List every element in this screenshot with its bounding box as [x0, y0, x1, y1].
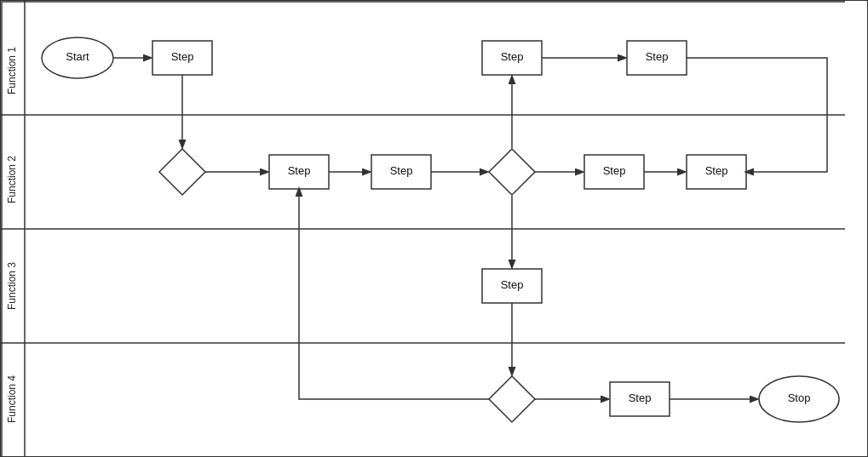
start-label: Start [66, 50, 89, 63]
step-l1-3-shape [627, 41, 687, 75]
step-l2-1-label: Step [288, 164, 311, 177]
step-l2-4-shape [687, 155, 746, 189]
step-l4-label: Step [629, 391, 652, 404]
diamond-l2-2-shape [489, 149, 535, 195]
lane1-label: Function 1 [6, 47, 18, 94]
start-shape [42, 37, 113, 78]
diamond-l2-1-shape [159, 149, 205, 195]
step-l1-3-label: Step [646, 50, 669, 63]
step-l3-label: Step [501, 278, 524, 291]
step-l1-2-label: Step [501, 50, 524, 63]
diagram-svg: Function 1 Function 2 Function 3 Functio… [1, 1, 845, 457]
step-l4-shape [610, 382, 670, 416]
stop-label: Stop [788, 391, 811, 404]
step-l1-1-label: Step [171, 50, 194, 63]
step-l3-shape [482, 269, 542, 303]
step-l2-1-shape [269, 155, 329, 189]
lane4-label: Function 4 [6, 375, 18, 423]
step-l2-3-label: Step [603, 164, 626, 177]
step-l2-3-shape [584, 155, 644, 189]
lane3-label: Function 3 [6, 262, 18, 310]
step-l2-2-shape [371, 155, 431, 189]
diamond-l4-shape [489, 376, 535, 422]
step-l2-4-label: Step [705, 164, 728, 177]
stop-shape [759, 376, 839, 422]
diagram-container: Function 1 Function 2 Function 3 Functio… [0, 0, 868, 457]
step-l2-2-label: Step [390, 164, 413, 177]
step-l1-1-shape [152, 41, 212, 75]
lane2-label: Function 2 [6, 156, 18, 203]
step-l1-2-shape [482, 41, 542, 75]
arrow-l1-3-l2-4 [687, 58, 827, 172]
arrow-diamond-l4-l2-1 [299, 189, 489, 399]
svg-rect-4 [2, 2, 845, 457]
